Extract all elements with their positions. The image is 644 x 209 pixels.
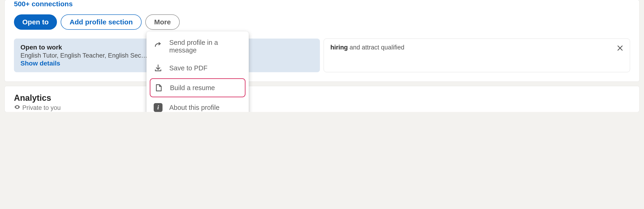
hiring-text: hiring and attract qualified — [330, 44, 623, 51]
info-icon: i — [154, 103, 163, 112]
menu-item-label: Send profile in a message — [169, 39, 242, 54]
analytics-heading: Analytics — [14, 93, 630, 103]
profile-actions-row: Open to Add profile section More — [14, 14, 630, 30]
about-profile-menu-item[interactable]: i About this profile — [146, 98, 249, 112]
show-details-link[interactable]: Show details — [20, 60, 60, 67]
build-resume-menu-item[interactable]: Build a resume — [150, 78, 246, 97]
share-arrow-icon — [154, 42, 163, 51]
menu-item-label: Save to PDF — [169, 64, 208, 72]
document-icon — [154, 83, 164, 92]
more-button[interactable]: More — [145, 14, 180, 30]
close-icon[interactable] — [616, 44, 624, 53]
highlight-cards: Open to work English Tutor, English Teac… — [14, 38, 630, 72]
analytics-visibility: Private to you — [14, 104, 630, 112]
connections-link[interactable]: 500+ connections — [14, 0, 630, 8]
open-to-button[interactable]: Open to — [14, 14, 57, 30]
add-profile-section-button[interactable]: Add profile section — [61, 14, 142, 30]
more-dropdown: Send profile in a message Save to PDF Bu… — [146, 31, 249, 112]
hiring-card[interactable]: hiring and attract qualified — [324, 38, 630, 72]
menu-item-label: About this profile — [169, 104, 220, 111]
menu-item-label: Build a resume — [170, 84, 215, 92]
analytics-visibility-label: Private to you — [22, 104, 61, 111]
download-icon — [154, 63, 163, 73]
analytics-card: Analytics Private to you — [5, 86, 639, 112]
send-profile-menu-item[interactable]: Send profile in a message — [146, 34, 249, 59]
profile-card: 500+ connections Open to Add profile sec… — [5, 0, 639, 81]
save-to-pdf-menu-item[interactable]: Save to PDF — [146, 59, 249, 77]
eye-icon — [14, 104, 20, 112]
